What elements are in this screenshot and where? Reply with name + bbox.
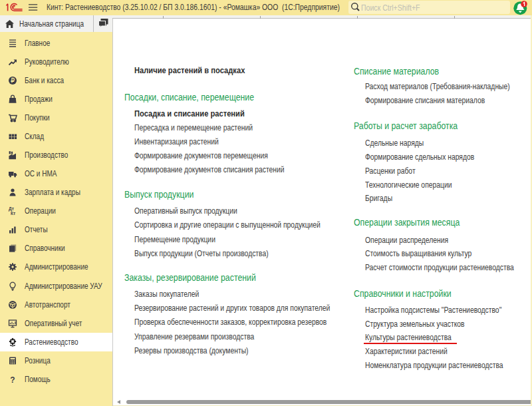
svg-text:?: ? [10, 375, 15, 384]
svg-text:₽: ₽ [11, 77, 15, 84]
svg-text:Кт: Кт [11, 211, 15, 216]
